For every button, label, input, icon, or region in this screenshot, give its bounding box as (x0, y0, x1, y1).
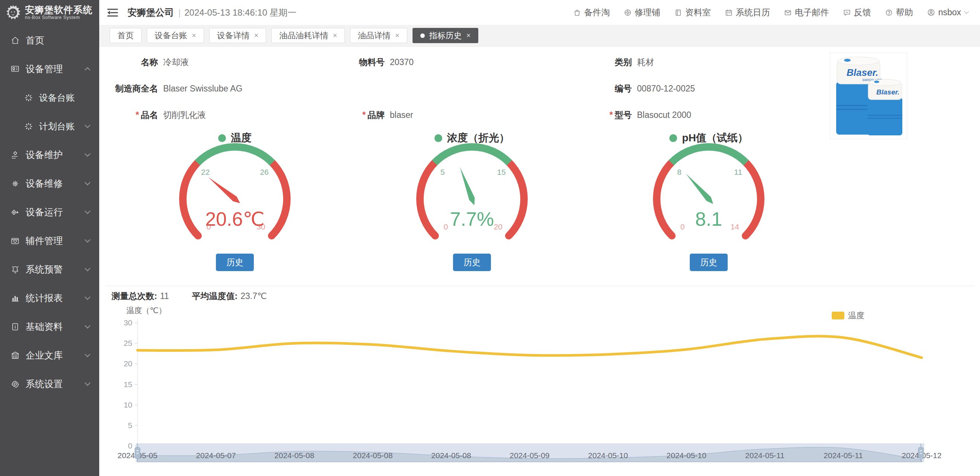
menu-item-archive[interactable]: 资料室 (674, 7, 711, 18)
report-icon (10, 294, 20, 303)
tab-2[interactable]: 设备详情× (209, 28, 266, 43)
menu-item-feedback[interactable]: 反馈 (843, 7, 871, 18)
y-tick-label: 5 (128, 421, 132, 430)
svg-text:11: 11 (734, 168, 742, 176)
section-divider (105, 286, 975, 286)
chevron-down-icon (85, 294, 91, 300)
x-tick-label: 2024-05-07 (196, 451, 235, 460)
run-icon (10, 208, 20, 217)
sidebar-item-7[interactable]: 辅件管理 (0, 227, 99, 255)
library-icon (10, 351, 20, 360)
history-button-2[interactable]: 历史 (690, 254, 728, 271)
gauge-2: 8110148.1 (649, 141, 768, 252)
sidebar-item-label: 企业文库 (25, 349, 83, 361)
tab-close-icon[interactable]: × (254, 31, 259, 40)
sidebar-item-4[interactable]: 设备维护 (0, 141, 99, 169)
measure-count: 测量总次数:11 (111, 291, 169, 302)
x-tick-label: 2024-05-08 (274, 451, 314, 460)
required-mark: * (362, 109, 366, 120)
x-tick-label: 2024-05-08 (353, 451, 393, 460)
y-tick-label: 30 (124, 318, 132, 327)
menu-item-help[interactable]: 帮助 (885, 7, 913, 18)
tab-close-icon[interactable]: × (332, 31, 337, 40)
field-name: 名称 冷却液 (84, 56, 189, 68)
datazoom-handle-left[interactable] (135, 447, 140, 458)
sidebar-item-9[interactable]: 统计报表 (0, 284, 99, 312)
topbar-menu: 备件淘 修理铺 资料室 系统日历 电子邮件 反馈 (573, 0, 968, 25)
sidebar-item-12[interactable]: 系统设置 (0, 370, 99, 398)
chevron-down-icon (85, 180, 91, 185)
sidebar-item-10[interactable]: 基础资料 (0, 312, 99, 341)
sidebar-item-label: 系统预警 (25, 263, 83, 276)
datazoom-handle-right[interactable] (918, 447, 924, 458)
maintain-icon (10, 150, 20, 160)
svg-text:0: 0 (444, 222, 448, 231)
field-brand: *品牌 blaser (310, 109, 413, 120)
sidebar-item-1[interactable]: 设备管理 (0, 55, 99, 83)
spark-icon (24, 93, 33, 103)
menu-item-spare-parts[interactable]: 备件淘 (573, 7, 610, 18)
sidebar: 安狮堡软件系统 ns-Box Software System 首页设备管理设备台… (0, 0, 99, 476)
field-model: *型号 Blasocut 2000 (557, 109, 691, 120)
chevron-down-icon (964, 9, 969, 14)
svg-text:14: 14 (731, 222, 740, 231)
tab-3[interactable]: 油品油耗详情× (271, 28, 345, 43)
brand-logo: 安狮堡软件系统 ns-Box Software System (0, 0, 99, 25)
tab-0[interactable]: 首页 (110, 28, 142, 43)
app-root: 安狮堡软件系统 ns-Box Software System 首页设备管理设备台… (0, 0, 980, 476)
history-button-1[interactable]: 历史 (453, 254, 491, 271)
repair-shop-icon (624, 8, 632, 17)
legend-label: 温度 (848, 311, 864, 320)
sidebar-item-label: 设备台账 (39, 92, 89, 104)
menu-item-calendar[interactable]: 系统日历 (725, 7, 770, 18)
x-tick-label: 2024-05-10 (667, 451, 706, 460)
chevron-down-icon (85, 208, 91, 214)
help-icon (885, 8, 893, 17)
chevron-down-icon (85, 323, 91, 329)
separator: | (178, 8, 181, 18)
field-category: 类别 耗材 (557, 56, 654, 68)
tab-5[interactable]: 指标历史× (412, 28, 479, 43)
user-menu[interactable]: nsbox (927, 8, 968, 18)
collapse-sidebar-icon[interactable] (107, 8, 119, 18)
username: nsbox (939, 8, 961, 18)
temperature-series-line (137, 336, 922, 358)
menu-item-repair-shop[interactable]: 修理铺 (624, 7, 660, 18)
y-axis-title: 温度（℃） (126, 306, 167, 315)
y-tick-label: 0 (128, 441, 132, 450)
sidebar-item-label: 系统设置 (25, 378, 83, 390)
sidebar-item-8[interactable]: 系统预警 (0, 255, 99, 284)
alert-icon (10, 265, 20, 275)
current-datetime: 2024-05-13 18:46:10 星期一 (185, 7, 297, 19)
sidebar-item-label: 设备维修 (25, 177, 83, 190)
sidebar-item-11[interactable]: 企业文库 (0, 341, 99, 370)
temperature-history-chart: 温度（℃）0510152025302024-05-052024-05-07202… (111, 306, 966, 473)
legend-item-temperature[interactable]: 温度 (832, 311, 864, 320)
history-button-0[interactable]: 历史 (216, 254, 254, 271)
chevron-down-icon (85, 151, 91, 157)
sidebar-item-label: 计划台账 (39, 120, 83, 133)
brand-subtitle: ns-Box Software System (25, 15, 92, 20)
tab-1[interactable]: 设备台账× (147, 28, 204, 43)
svg-text:15: 15 (497, 168, 506, 176)
temperature-line-chart: 温度（℃）0510152025302024-05-052024-05-07202… (111, 306, 966, 473)
sidebar-item-0[interactable]: 首页 (0, 26, 99, 55)
tab-close-icon[interactable]: × (466, 31, 471, 40)
sidebar-item-2[interactable]: 设备台账 (0, 83, 99, 112)
tab-close-icon[interactable]: × (395, 31, 399, 40)
lion-logo-icon (5, 4, 22, 21)
blaser-drums-image: Blaser. SWISSLUBE Blaser. (830, 53, 907, 139)
sidebar-item-5[interactable]: 设备维修 (0, 169, 99, 198)
tab-4[interactable]: 油品详情× (350, 28, 407, 43)
repair-icon (10, 179, 20, 188)
device-manage-icon (10, 64, 20, 74)
sidebar-item-6[interactable]: 设备运行 (0, 198, 99, 227)
y-tick-label: 25 (124, 339, 132, 347)
stats-bar: 测量总次数:11 平均温度值:23.7℃ (111, 291, 267, 302)
tab-close-icon[interactable]: × (192, 31, 196, 40)
sidebar-item-3[interactable]: 计划台账 (0, 112, 99, 141)
svg-text:Blaser.: Blaser. (846, 67, 878, 78)
menu-item-email[interactable]: 电子邮件 (784, 7, 829, 18)
y-tick-label: 20 (124, 359, 132, 368)
chevron-down-icon (85, 122, 91, 128)
